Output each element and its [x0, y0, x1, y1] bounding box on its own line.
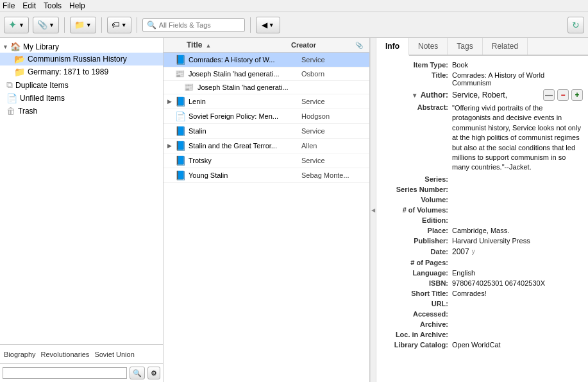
list-item[interactable]: 📘 Stalin Service — [164, 124, 369, 139]
sync-icon: ↻ — [572, 20, 580, 30]
item-creator-2: Osborn — [301, 70, 365, 78]
item-creator-9: Sebag Monte... — [301, 171, 365, 179]
attachment-dropdown-icon: ▼ — [49, 22, 55, 28]
tag-revolutionaries[interactable]: Revolutionaries — [41, 351, 90, 358]
book-icon-1: 📘 — [175, 55, 187, 65]
info-label-isbn: ISBN: — [382, 279, 452, 287]
sidebar-item-communism[interactable]: 📂 Communism Russian History — [0, 53, 163, 65]
menu-help[interactable]: Help — [69, 1, 85, 10]
list-item[interactable]: ▶ 📘 Stalin and the Great Terror... Allen — [164, 139, 369, 153]
back-icon: ◀ — [262, 21, 267, 30]
list-item[interactable]: 📘 Comrades: A History of W... Service — [164, 53, 369, 67]
info-row-series-number: Series Number: — [379, 184, 585, 195]
author-add-btn[interactable]: + — [571, 89, 583, 101]
sidebar-search-input[interactable] — [3, 367, 127, 379]
info-row-lib-catalog: Library Catalog: Open WorldCat — [379, 340, 585, 350]
list-item[interactable]: ▶ 📘 Lenin Service — [164, 94, 369, 109]
tab-info[interactable]: Info — [376, 38, 409, 56]
sidebar-search-bar: 🔍 ⚙ — [0, 363, 163, 382]
info-label-volume: Volume: — [382, 196, 452, 204]
book-icon-8: 📘 — [175, 155, 187, 166]
item-title-4: Lenin — [189, 98, 301, 105]
sidebar-item-unfiled[interactable]: 📄 Unfiled Items — [0, 92, 163, 105]
item-title-9: Young Stalin — [189, 171, 301, 179]
tag-picker-button[interactable]: 🏷 ▼ — [107, 17, 131, 33]
sidebar-communism-label: Communism Russian History — [28, 55, 127, 64]
doc-icon-5: 📄 — [175, 111, 187, 121]
menu-edit[interactable]: Edit — [22, 1, 36, 10]
info-value-language[interactable]: English — [452, 269, 583, 277]
info-row-pages: # of Pages: — [379, 257, 585, 268]
info-row-loc-archive: Loc. in Archive: — [379, 329, 585, 340]
title-col-header[interactable]: Title ▲ — [187, 40, 291, 49]
search-input[interactable] — [159, 21, 240, 29]
new-item-icon: ✦ — [8, 19, 17, 31]
info-label-pages: # of Pages: — [382, 259, 452, 266]
info-value-publisher[interactable]: Harvard University Press — [452, 237, 583, 245]
sidebar-item-library[interactable]: ▼ 🏠 My Library — [0, 40, 163, 53]
info-value-date[interactable]: 2007 y — [452, 247, 583, 256]
sidebar-item-trash[interactable]: 🗑 Trash — [0, 105, 163, 117]
tab-tags[interactable]: Tags — [448, 38, 482, 55]
author-clear-btn[interactable]: — — [543, 89, 555, 101]
author-text[interactable]: Service, Robert, — [452, 91, 507, 100]
menubar: File Edit Tools Help — [0, 0, 588, 12]
tag-biography[interactable]: Biography — [4, 351, 36, 358]
expand-4[interactable]: ▶ — [167, 98, 175, 105]
communism-folder-icon: 📂 — [14, 54, 25, 64]
back-button[interactable]: ◀ ▼ — [256, 17, 280, 33]
tag-dropdown-icon: ▼ — [121, 22, 127, 28]
info-label-archive: Archive: — [382, 320, 452, 328]
list-item[interactable]: 📰 Joseph Stalin 'had generati... — [164, 81, 369, 94]
author-expand-icon[interactable]: ▼ — [412, 92, 418, 99]
list-item[interactable]: 📘 Young Stalin Sebag Monte... — [164, 168, 369, 183]
item-title-3: Joseph Stalin 'had generati... — [197, 83, 301, 91]
info-row-date: Date: 2007 y — [379, 246, 585, 257]
center-pane: Title ▲ Creator 📎 📘 Comrades: A History … — [164, 38, 370, 382]
info-row-url: URL: — [379, 299, 585, 309]
info-row-series: Series: — [379, 174, 585, 184]
info-row-title: Title: Comrades: A History of World Comm… — [379, 70, 585, 88]
author-remove-btn[interactable]: − — [557, 89, 569, 101]
info-panel: Item Type: Book Title: Comrades: A Histo… — [376, 56, 588, 382]
info-label-publisher: Publisher: — [382, 237, 452, 245]
info-label-series: Series: — [382, 175, 452, 183]
sidebar-search-button[interactable]: 🔍 — [130, 367, 145, 379]
expand-7[interactable]: ▶ — [167, 143, 175, 149]
info-row-abstract: Abstract: "Offering vivid portraits of t… — [379, 102, 585, 174]
menu-file[interactable]: File — [3, 1, 15, 10]
new-item-button[interactable]: ✦ ▼ — [4, 17, 29, 33]
main-area: ▼ 🏠 My Library 📂 Communism Russian Histo… — [0, 38, 588, 382]
center-right-divider[interactable]: ◀ — [370, 38, 376, 382]
sidebar-tree: ▼ 🏠 My Library 📂 Communism Russian Histo… — [0, 38, 163, 344]
tab-related[interactable]: Related — [483, 38, 528, 55]
info-value-place[interactable]: Cambridge, Mass. — [452, 227, 583, 234]
add-attachment-button[interactable]: 📎 ▼ — [33, 17, 59, 33]
info-row-author: ▼ Author: Service, Robert, — − + — [379, 88, 585, 102]
info-value-short-title[interactable]: Comrades! — [452, 290, 583, 297]
creator-col-header[interactable]: Creator — [291, 41, 355, 49]
tab-notes[interactable]: Notes — [409, 38, 448, 55]
info-value-isbn[interactable]: 9780674025301 067402530X — [452, 279, 583, 287]
tabs-bar: Info Notes Tags Related — [376, 38, 588, 56]
list-item[interactable]: 📘 Trotsky Service — [164, 153, 369, 168]
tag-soviet-union[interactable]: Soviet Union — [94, 351, 134, 358]
info-row-num-volumes: # of Volumes: — [379, 205, 585, 215]
sidebar-tags-area: Biography Revolutionaries Soviet Union — [0, 344, 163, 363]
info-value-title[interactable]: Comrades: A History of World Communism — [452, 71, 583, 87]
menu-tools[interactable]: Tools — [44, 1, 62, 10]
info-label-lib-catalog: Library Catalog: — [382, 341, 452, 349]
info-row-edition: Edition: — [379, 215, 585, 225]
list-item[interactable]: 📄 Soviet Foreign Policy: Men... Hodgson — [164, 109, 369, 124]
sidebar-item-duplicate[interactable]: ⧉ Duplicate Items — [0, 78, 163, 92]
list-item[interactable]: 📰 Joseph Stalin 'had generati... Osborn — [164, 67, 369, 81]
item-creator-5: Hodgson — [301, 112, 365, 120]
info-value-lib-catalog[interactable]: Open WorldCat — [452, 341, 583, 349]
sidebar-item-germany[interactable]: 📁 Germany: 1871 to 1989 — [0, 65, 163, 78]
new-collection-button[interactable]: 📁 ▼ — [70, 17, 96, 33]
sync-button[interactable]: ↻ — [567, 17, 584, 33]
info-value-abstract[interactable]: "Offering vivid portraits of the protago… — [452, 103, 583, 173]
tree-expand-icon: ▼ — [3, 44, 10, 50]
sidebar-config-button[interactable]: ⚙ — [147, 367, 160, 379]
search-container: 🔍 — [142, 18, 245, 32]
